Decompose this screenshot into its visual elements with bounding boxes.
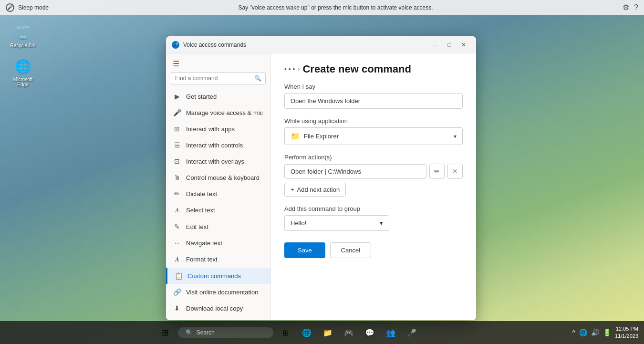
minimize-button[interactable]: ─ [428, 38, 442, 52]
custom-commands-icon: 📋 [174, 272, 183, 280]
time-display: 12:05 PM [615, 325, 638, 333]
cancel-button[interactable]: Cancel [330, 242, 371, 258]
interact-overlays-label: Interact with overlays [186, 158, 264, 165]
action-input[interactable] [284, 164, 426, 179]
start-button[interactable]: ⊞ [157, 324, 174, 341]
perform-actions-section: Perform action(s) ✏ ✕ + Add next action [284, 154, 463, 197]
interact-controls-label: Interact with controls [186, 142, 264, 149]
download-copy-label: Download local copy [186, 305, 264, 312]
edge-icon[interactable]: 🌐 Microsoft Edge [9, 58, 37, 87]
sidebar-item-custom-commands[interactable]: 📋 Custom commands [166, 268, 270, 284]
select-left: 📁 File Explorer [291, 132, 339, 141]
edit-action-button[interactable]: ✏ [429, 164, 445, 179]
taskbar-extra3[interactable]: 👥 [382, 324, 399, 341]
window-title: Voice access commands [183, 42, 428, 48]
date-display: 11/1/2023 [615, 333, 638, 340]
taskbar-voice[interactable]: 🎤 [403, 324, 420, 341]
voice-access-window: 🎤 Voice access commands ─ □ ✕ ☰ 🔍 [166, 36, 476, 320]
sidebar-item-navigate-text[interactable]: ↔ Navigate text [166, 235, 270, 251]
remove-action-button[interactable]: ✕ [447, 164, 463, 179]
taskbar: ⊞ 🔍 Search ⊞ 🌐 📁 🎮 💬 👥 [0, 321, 644, 344]
edit-text-icon: ✎ [173, 223, 181, 230]
apps-icon: ⊞ [282, 328, 289, 337]
add-next-action-button[interactable]: + Add next action [284, 183, 346, 197]
sidebar-item-interact-apps[interactable]: ⊞ Interact with apps [166, 121, 270, 137]
hamburger-menu[interactable]: ☰ [166, 53, 270, 72]
title-bar: 🎤 Voice access commands ─ □ ✕ [166, 36, 476, 53]
sidebar-item-control-mouse[interactable]: 🖱 Control mouse & keyboard [166, 169, 270, 186]
system-tray: ^ 🌐 🔊 🔋 [571, 328, 612, 337]
interact-apps-icon: ⊞ [173, 125, 181, 133]
chevron-down-icon: ▾ [454, 133, 457, 140]
sidebar-item-edit-text[interactable]: ✎ Edit text [166, 219, 270, 235]
battery-icon[interactable]: 🔋 [602, 328, 612, 337]
action-row: ✏ ✕ [284, 164, 463, 179]
recycle-bin-label: Recycle Bin [10, 43, 36, 48]
recycle-bin-image: 🗑️ [14, 24, 31, 41]
while-using-section: While using application 📁 File Explorer … [284, 117, 463, 145]
breadcrumb-dots[interactable]: • • • [284, 65, 295, 73]
top-bar: 🎤 Sleep mode Say "voice access wake up" … [0, 0, 644, 15]
nav-list: ▶ Get started 🎤 Manage voice access & mi… [166, 88, 270, 320]
chevron-up-icon[interactable]: ^ [571, 328, 576, 337]
maximize-button[interactable]: □ [443, 38, 456, 52]
top-bar-left: 🎤 Sleep mode [6, 3, 49, 12]
sidebar-item-interact-controls[interactable]: ☰ Interact with controls [166, 137, 270, 153]
sidebar-item-download-copy[interactable]: ⬇ Download local copy [166, 300, 270, 316]
sidebar-item-manage-voice[interactable]: 🎤 Manage voice access & mic [166, 104, 270, 121]
file-explorer-icon: 📁 [291, 132, 300, 141]
taskbar-right: ^ 🌐 🔊 🔋 12:05 PM 11/1/2023 [571, 325, 638, 340]
search-input[interactable] [175, 75, 254, 82]
when-i-say-section: When I say [284, 83, 463, 109]
close-button[interactable]: ✕ [457, 38, 470, 52]
clock[interactable]: 12:05 PM 11/1/2023 [615, 325, 638, 340]
control-mouse-icon: 🖱 [173, 174, 181, 181]
search-box[interactable]: 🔍 [171, 72, 266, 84]
get-started-label: Get started [186, 93, 264, 100]
save-button[interactable]: Save [284, 242, 325, 258]
taskbar-folder[interactable]: 📁 [319, 324, 336, 341]
when-i-say-input[interactable] [284, 93, 463, 109]
get-started-icon: ▶ [173, 93, 181, 100]
windows-icon: ⊞ [162, 327, 169, 338]
taskbar-extra2[interactable]: 💬 [361, 324, 378, 341]
group-select[interactable]: Hello! ▾ [284, 215, 389, 231]
mic-icon: 🎤 [6, 3, 14, 12]
network-icon[interactable]: 🌐 [578, 328, 588, 337]
edge-image: 🌐 [14, 58, 31, 75]
sidebar-item-format-text[interactable]: 𝑨 Format text [166, 251, 270, 268]
window-body: ☰ 🔍 ▶ Get started 🎤 Manage voice access … [166, 53, 476, 320]
main-content: • • • › Create new command When I say Wh… [271, 53, 476, 320]
perform-actions-label: Perform action(s) [284, 154, 463, 161]
search-icon: 🔍 [254, 75, 261, 82]
volume-icon[interactable]: 🔊 [590, 328, 600, 337]
application-select[interactable]: 📁 File Explorer ▾ [284, 127, 463, 145]
sidebar-item-visit-docs[interactable]: 🔗 Visit online documentation [166, 284, 270, 300]
manage-voice-label: Manage voice access & mic [186, 109, 264, 116]
breadcrumb: • • • › Create new command [284, 63, 463, 75]
help-icon[interactable]: ? [634, 3, 638, 12]
sidebar-item-select-text[interactable]: 𝐴 Select text [166, 202, 270, 219]
top-bar-hint: Say "voice access wake up" or press the … [49, 4, 623, 11]
dictate-text-icon: ✏ [173, 190, 181, 198]
sidebar-item-interact-overlays[interactable]: ⊡ Interact with overlays [166, 153, 270, 169]
remove-icon: ✕ [452, 167, 458, 175]
dictate-text-label: Dictate text [186, 190, 264, 198]
interact-apps-label: Interact with apps [186, 125, 264, 133]
desktop: 🎤 Sleep mode Say "voice access wake up" … [0, 0, 644, 344]
taskbar-apps[interactable]: ⊞ [277, 324, 294, 341]
add-to-group-section: Add this command to group Hello! ▾ [284, 205, 463, 231]
sleep-mode-label: Sleep mode [18, 4, 49, 11]
desktop-icons: 🗑️ Recycle Bin 🌐 Microsoft Edge [9, 24, 37, 87]
sidebar-item-get-started[interactable]: ▶ Get started [166, 88, 270, 104]
window-icon: 🎤 [172, 41, 179, 49]
select-text-label: Select text [186, 207, 264, 214]
settings-icon[interactable]: ⚙ [623, 3, 629, 12]
taskbar-search[interactable]: 🔍 Search [178, 327, 273, 338]
sidebar-item-dictate-text[interactable]: ✏ Dictate text [166, 186, 270, 202]
recycle-bin-icon[interactable]: 🗑️ Recycle Bin [9, 24, 37, 48]
application-value: File Explorer [304, 133, 339, 140]
taskbar-center: ⊞ 🔍 Search ⊞ 🌐 📁 🎮 💬 👥 [6, 324, 571, 341]
taskbar-edge[interactable]: 🌐 [298, 324, 315, 341]
taskbar-extra1[interactable]: 🎮 [340, 324, 357, 341]
